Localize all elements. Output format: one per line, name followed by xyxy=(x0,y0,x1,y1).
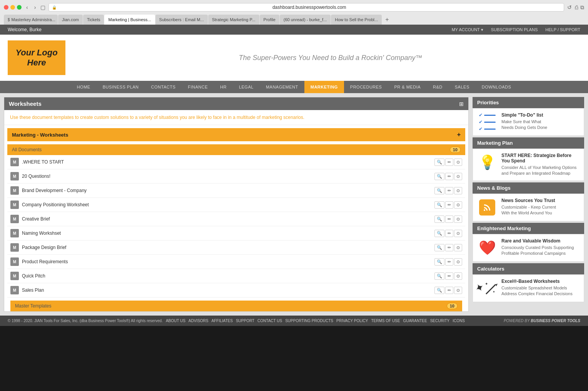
doc-more-button[interactable]: ⊙ xyxy=(454,272,462,280)
doc-badge: M xyxy=(10,172,19,180)
nav-home[interactable]: HOME xyxy=(71,81,97,93)
nav-marketing[interactable]: MARKETING xyxy=(304,81,344,93)
back-button[interactable]: ‹ xyxy=(25,3,30,11)
nav-procedures[interactable]: PROCEDURES xyxy=(344,81,388,93)
doc-search-button[interactable]: 🔍 xyxy=(434,216,444,223)
tab-email[interactable]: (60 unread) - burke_f... xyxy=(280,15,331,25)
marketing-worksheets-section[interactable]: Marketing - Worksheets + xyxy=(7,128,465,141)
doc-edit-button[interactable]: ✏ xyxy=(445,187,453,194)
doc-edit-button[interactable]: ✏ xyxy=(445,258,453,266)
doc-more-button[interactable]: ⊙ xyxy=(454,258,462,266)
doc-more-button[interactable]: ⊙ xyxy=(454,187,462,194)
doc-edit-button[interactable]: ✏ xyxy=(445,230,453,237)
nav-pr-media[interactable]: PR & MEDIA xyxy=(388,81,427,93)
help-support-link[interactable]: HELP / SUPPORT xyxy=(545,27,580,32)
doc-search-button[interactable]: 🔍 xyxy=(434,159,444,166)
footer-terms-link[interactable]: TERMS OF USE xyxy=(371,319,400,323)
doc-more-button[interactable]: ⊙ xyxy=(454,244,462,251)
fullscreen-button[interactable]: ⧉ xyxy=(580,4,584,11)
minimize-dot[interactable] xyxy=(10,5,15,10)
doc-more-button[interactable]: ⊙ xyxy=(454,216,462,223)
doc-more-button[interactable]: ⊙ xyxy=(454,201,462,209)
document-list: All Documents 10 M .WHERE TO START 🔍 ✏ ⊙… xyxy=(4,144,468,311)
footer-about-link[interactable]: ABOUT US xyxy=(166,319,185,323)
master-templates-section[interactable]: Master Templates 10 xyxy=(10,301,462,311)
doc-actions: 🔍 ✏ ⊙ xyxy=(434,258,462,266)
tab-masterkey[interactable]: $ Masterkey Administra... xyxy=(4,15,58,25)
section-add-button[interactable]: + xyxy=(457,131,461,138)
footer-contact-link[interactable]: CONTACT US xyxy=(257,319,282,323)
footer-support-link[interactable]: SUPPORT xyxy=(236,319,254,323)
nav-hr[interactable]: HR xyxy=(214,81,233,93)
tab-profile[interactable]: Profile xyxy=(260,15,279,25)
browser-dots xyxy=(4,5,22,10)
footer-supporting-products-link[interactable]: SUPPORTING PRODUCTS xyxy=(285,319,333,323)
close-dot[interactable] xyxy=(4,5,8,10)
footer-icons-link[interactable]: ICONS xyxy=(453,319,465,323)
doc-edit-button[interactable]: ✏ xyxy=(445,244,453,251)
sidebar-section-body-priorities[interactable]: ✔ ✔ ✔ Simple "To-Do" list Make Sure that… xyxy=(473,108,584,136)
doc-item-20-questions: M 20 Questions! 🔍 ✏ ⊙ xyxy=(7,169,465,184)
doc-edit-button[interactable]: ✏ xyxy=(445,173,453,180)
tab-strategic[interactable]: Strategic Marketing P... xyxy=(208,15,259,25)
doc-search-button[interactable]: 🔍 xyxy=(434,173,444,180)
nav-business-plan[interactable]: BUSINESS PLAN xyxy=(97,81,145,93)
doc-more-button[interactable]: ⊙ xyxy=(454,230,462,237)
maximize-dot[interactable] xyxy=(17,5,22,10)
tab-label: Tickets xyxy=(87,17,100,22)
footer-affiliates-link[interactable]: AFFILIATES xyxy=(212,319,233,323)
tab-label: Subscribers : Email M... xyxy=(159,17,204,22)
doc-badge: M xyxy=(10,215,19,223)
doc-search-button[interactable]: 🔍 xyxy=(434,258,444,266)
address-bar[interactable]: 🔒 dashboard.businesspowertools.com xyxy=(48,3,564,12)
subscription-plans-link[interactable]: SUBSCRIPTION PLANS xyxy=(491,27,538,32)
sidebar-section-priorities: Priorities ✔ ✔ ✔ Simple "To-Do" list Mak… xyxy=(473,97,584,136)
expand-panel-button[interactable]: ⊞ xyxy=(459,101,464,107)
sidebar-section-body-enlightened[interactable]: ❤️ Rare and Valuable Wisdom Consciously … xyxy=(473,234,584,262)
sidebar-section-body-marketing-plan[interactable]: 💡 START HERE: Strategize Before You Spen… xyxy=(473,149,584,181)
doc-more-button[interactable]: ⊙ xyxy=(454,287,462,294)
doc-edit-button[interactable]: ✏ xyxy=(445,159,453,166)
doc-search-button[interactable]: 🔍 xyxy=(434,272,444,280)
tab-tickets[interactable]: Tickets xyxy=(83,15,104,25)
my-account-link[interactable]: MY ACCOUNT ▾ xyxy=(452,27,483,32)
doc-search-button[interactable]: 🔍 xyxy=(434,287,444,294)
forward-button[interactable]: › xyxy=(33,3,38,11)
doc-edit-button[interactable]: ✏ xyxy=(445,216,453,223)
doc-edit-button[interactable]: ✏ xyxy=(445,272,453,280)
footer-guarantee-link[interactable]: GUARANTEE xyxy=(403,319,427,323)
nav-management[interactable]: MANAGEMENT xyxy=(260,81,304,93)
doc-search-button[interactable]: 🔍 xyxy=(434,201,444,209)
doc-edit-button[interactable]: ✏ xyxy=(445,287,453,294)
doc-search-button[interactable]: 🔍 xyxy=(434,230,444,237)
browser-titlebar: ‹ › ▢ 🔒 dashboard.businesspowertools.com… xyxy=(4,3,584,12)
nav-rd[interactable]: R&D xyxy=(427,81,449,93)
doc-more-button[interactable]: ⊙ xyxy=(454,159,462,166)
new-tab-button[interactable]: + xyxy=(382,15,392,25)
footer-privacy-link[interactable]: PRIVACY POLICY xyxy=(336,319,368,323)
page-wrapper: Welcome, Burke MY ACCOUNT ▾ SUBSCRIPTION… xyxy=(0,25,588,326)
doc-search-button[interactable]: 🔍 xyxy=(434,244,444,251)
doc-more-button[interactable]: ⊙ xyxy=(454,173,462,180)
share-button[interactable]: ⎙ xyxy=(575,4,578,11)
nav-finance[interactable]: FINANCE xyxy=(182,81,214,93)
doc-search-button[interactable]: 🔍 xyxy=(434,187,444,194)
heart-icon: ❤️ xyxy=(479,240,496,256)
nav-contacts[interactable]: CONTACTS xyxy=(145,81,182,93)
footer-advisors-link[interactable]: ADVISORS xyxy=(189,319,209,323)
doc-edit-button[interactable]: ✏ xyxy=(445,201,453,209)
tab-marketing[interactable]: Marketing | Business... xyxy=(104,15,155,25)
tab-howto[interactable]: How to Sell the Probl... xyxy=(331,15,382,25)
tab-subscribers[interactable]: Subscribers : Email M... xyxy=(155,15,208,25)
nav-legal[interactable]: LEGAL xyxy=(233,81,260,93)
master-templates-label: Master Templates xyxy=(15,303,51,309)
reload-button[interactable]: ↺ xyxy=(567,4,572,10)
sidebar-section-body-calculators[interactable]: ✦ ✦ ✦ Excel®-Based Worksheets Customizab… xyxy=(473,274,584,302)
tab-jian[interactable]: Jian.com xyxy=(58,15,83,25)
nav-downloads[interactable]: DOWNLOADS xyxy=(476,81,518,93)
footer-security-link[interactable]: SECURITY xyxy=(430,319,450,323)
window-button[interactable]: ▢ xyxy=(40,4,45,10)
nav-sales[interactable]: SALES xyxy=(449,81,476,93)
rss-icon xyxy=(479,199,495,216)
sidebar-section-body-news[interactable]: News Sources You Trust Customizable - Ke… xyxy=(473,194,584,221)
